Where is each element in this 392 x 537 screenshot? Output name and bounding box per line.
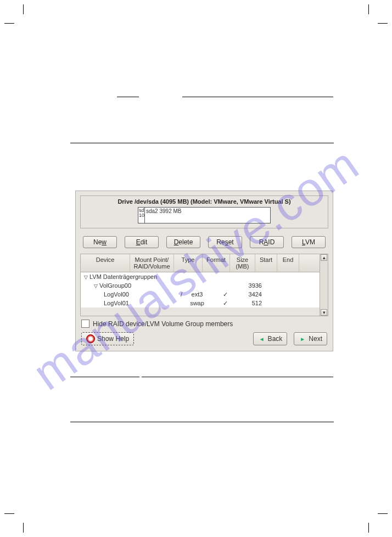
- table-row[interactable]: LogVol00/ext3✓3424: [81, 290, 328, 299]
- partition-table: Device Mount Point/ RAID/Volume Type For…: [80, 254, 328, 316]
- disk-setup-dialog: Drive /dev/sda (4095 MB) (Model: VMware,…: [75, 191, 333, 351]
- scroll-down-icon[interactable]: ▾: [321, 309, 327, 316]
- delete-button[interactable]: Delete: [166, 236, 200, 248]
- col-mountpoint[interactable]: Mount Point/ RAID/Volume: [130, 254, 174, 272]
- cell-size: 3424: [239, 291, 264, 298]
- hide-members-row: Hide RAID device/LVM Volume Group member…: [76, 316, 333, 331]
- cell-device: ▽VolGroup00: [81, 282, 174, 289]
- scroll-up-icon[interactable]: ▴: [321, 254, 327, 261]
- table-row[interactable]: ▽LVM Datenträgergruppen: [81, 272, 328, 281]
- table-body: ▽LVM Datenträgergruppen▽VolGroup003936Lo…: [81, 272, 328, 307]
- next-button[interactable]: Next: [294, 332, 327, 345]
- hide-members-label: Hide RAID device/LVM Volume Group member…: [93, 320, 233, 328]
- drive-panel: Drive /dev/sda (4095 MB) (Model: VMware,…: [80, 195, 328, 228]
- drive-usage-bar[interactable]: sd 10 sda2 3992 MB: [138, 207, 271, 223]
- cell-format: ✓: [211, 300, 239, 307]
- drive-slice-sda2[interactable]: sda2 3992 MB: [145, 208, 270, 223]
- drive-title: Drive /dev/sda (4095 MB) (Model: VMware,…: [84, 198, 324, 205]
- cell-device: LogVol01: [81, 300, 174, 306]
- cell-format: ✓: [211, 291, 239, 298]
- table-header: Device Mount Point/ RAID/Volume Type For…: [81, 254, 328, 272]
- cell-size: 3936: [239, 282, 264, 289]
- col-size[interactable]: Size (MB): [230, 254, 255, 272]
- triangle-down-icon: ▽: [84, 275, 88, 280]
- cell-type: ext3: [183, 291, 211, 298]
- hide-members-checkbox[interactable]: [81, 320, 89, 328]
- back-button[interactable]: Back: [253, 332, 288, 345]
- cell-type: swap: [183, 300, 211, 306]
- reset-button[interactable]: Reset: [208, 236, 242, 248]
- triangle-down-icon: ▽: [94, 283, 98, 289]
- col-format[interactable]: Format: [203, 254, 230, 272]
- new-button[interactable]: New: [83, 236, 117, 248]
- arrow-left-icon: [258, 335, 266, 343]
- col-device[interactable]: Device: [81, 254, 130, 272]
- cell-size: 512: [239, 300, 264, 306]
- scrollbar[interactable]: ▴ ▾: [320, 254, 328, 316]
- col-type[interactable]: Type: [174, 254, 203, 272]
- arrow-right-icon: [299, 335, 306, 343]
- table-row[interactable]: LogVol01swap✓512: [81, 299, 328, 307]
- help-icon: [86, 334, 95, 343]
- dialog-footer: Show Help Back Next: [76, 331, 333, 351]
- toolbar: New Edit Delete Reset RAID LVM: [76, 233, 333, 254]
- cell-device: ▽LVM Datenträgergruppen: [81, 273, 174, 280]
- cell-mountpoint: /: [178, 291, 183, 298]
- raid-button[interactable]: RAID: [250, 236, 284, 248]
- cell-device: LogVol00: [81, 291, 174, 298]
- table-row[interactable]: ▽VolGroup003936: [81, 281, 328, 290]
- col-start[interactable]: Start: [255, 254, 277, 272]
- col-end[interactable]: End: [277, 254, 299, 272]
- lvm-button[interactable]: LVM: [292, 236, 326, 248]
- drive-slice-sda1[interactable]: sd 10: [138, 208, 145, 223]
- edit-button[interactable]: Edit: [125, 236, 159, 248]
- show-help-button[interactable]: Show Help: [81, 332, 134, 345]
